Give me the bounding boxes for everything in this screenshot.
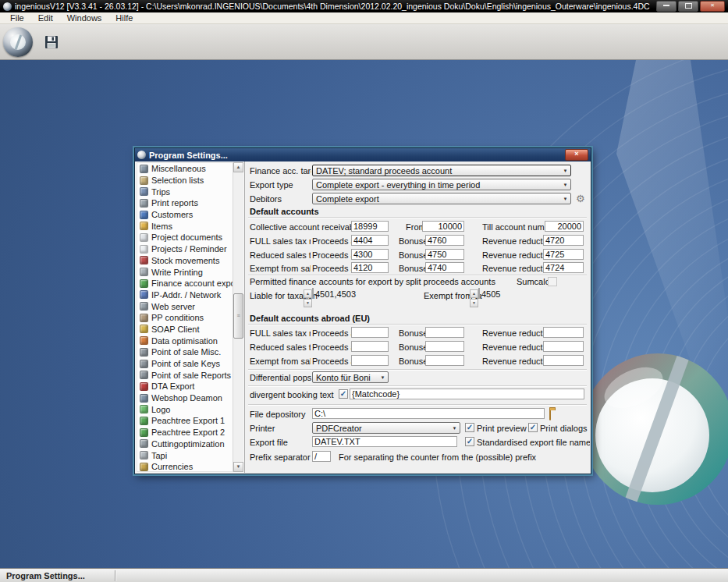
export-type-select[interactable]: Complete export - everything in time per… xyxy=(312,179,571,190)
scrollbar-thumb[interactable]: ≡ xyxy=(233,293,243,339)
revenue-reductions-input[interactable] xyxy=(543,235,584,246)
finance-target-select[interactable]: DATEV; standard proceeds account ▼ xyxy=(312,165,571,176)
close-button[interactable]: × xyxy=(700,1,725,12)
sidebar-item[interactable]: Peachtree Export 1 xyxy=(137,415,233,427)
account-row-label: Reduced sales tax r xyxy=(250,250,311,260)
sidebar-item[interactable]: Cuttingoptimization xyxy=(137,438,233,450)
standardised-name-checkbox[interactable]: ✓ xyxy=(465,437,474,446)
prefix-separator-help: For separating the counter from the (pos… xyxy=(339,452,536,462)
menu-edit[interactable]: Edit xyxy=(31,13,60,23)
proceeds-acc-input[interactable] xyxy=(351,327,389,338)
bonuses-input[interactable] xyxy=(425,327,464,338)
sidebar-item[interactable]: Write Printing xyxy=(137,266,233,278)
revenue-reductions-input[interactable] xyxy=(543,249,584,260)
conditions-icon xyxy=(140,314,148,322)
proceeds-acc-input[interactable] xyxy=(351,249,389,260)
sidebar-item[interactable]: Trips xyxy=(137,186,233,197)
menu-hilfe[interactable]: Hilfe xyxy=(108,13,140,23)
sidebar-item[interactable]: Tapi xyxy=(137,449,233,461)
sidebar-item-label: Project documents xyxy=(151,232,222,242)
sidebar-item[interactable]: Point of sale Reports xyxy=(137,369,233,381)
proceeds-acc-input[interactable] xyxy=(351,235,389,246)
bonuses-input[interactable] xyxy=(425,249,464,260)
collective-account-input[interactable] xyxy=(351,221,389,232)
maximize-button[interactable] xyxy=(678,1,698,12)
sidebar-item[interactable]: Project documents xyxy=(137,232,233,243)
sidebar-item[interactable]: Point of sale Keys xyxy=(137,358,233,370)
prefix-separator-label: Prefix separator xyxy=(250,452,311,462)
dialog-app-icon xyxy=(137,151,146,159)
spin-down-icon: ▼ xyxy=(470,299,478,307)
sidebar-item[interactable]: Data optimisation xyxy=(137,335,233,346)
divergent-booking-input[interactable] xyxy=(350,389,584,399)
minimize-button[interactable] xyxy=(656,1,677,12)
bonuses-input[interactable] xyxy=(425,262,464,273)
revenue-reductions-input[interactable] xyxy=(543,355,584,366)
sidebar-item[interactable]: Point of sale Misc. xyxy=(137,346,233,358)
exempt-tax-textarea[interactable]: 4505 ▲▼ xyxy=(478,288,480,299)
dialog-titlebar[interactable]: Program Settings... × xyxy=(135,148,591,161)
export-file-label: Export file xyxy=(250,438,288,447)
from-account-input[interactable] xyxy=(422,221,464,232)
sidebar-item[interactable]: Web server xyxy=(137,300,233,312)
prefix-separator-input[interactable] xyxy=(312,451,331,462)
account-row-label: Reduced sales tax r xyxy=(250,342,311,352)
liable-taxation-textarea[interactable]: 4501,4503 ▲▼ xyxy=(312,288,314,299)
scroll-down-icon[interactable]: ▼ xyxy=(233,462,243,472)
dialog-close-button[interactable]: × xyxy=(565,149,588,161)
sidebar-item[interactable]: Customers xyxy=(137,209,233,221)
menu-windows[interactable]: Windows xyxy=(60,13,109,23)
toolbar xyxy=(0,24,728,60)
bonuses-input[interactable] xyxy=(425,235,464,246)
sumcalc-label: Sumcalc xyxy=(517,277,549,286)
account-row-label: Exempt from sales t xyxy=(250,357,311,366)
revenue-reductions-input[interactable] xyxy=(543,341,584,352)
sumcalc-checkbox[interactable] xyxy=(548,277,557,286)
permitted-accounts-header: Permitted finance accounts for export by… xyxy=(250,277,495,286)
sidebar-scrollbar[interactable]: ▲ ≡ ▼ xyxy=(233,162,243,472)
spinner[interactable]: ▲▼ xyxy=(304,289,312,297)
differential-posting-select[interactable]: Konto für Boni ▼ xyxy=(312,371,389,383)
sidebar-item[interactable]: Finance account export xyxy=(137,278,233,289)
proceeds-acc-input[interactable] xyxy=(351,262,389,273)
spinner[interactable]: ▲▼ xyxy=(470,289,478,297)
sidebar-item[interactable]: SOAP Client xyxy=(137,324,233,335)
gear-icon[interactable]: ⚙ xyxy=(576,193,585,204)
proceeds-acc-input[interactable] xyxy=(351,355,389,366)
sidebar-item[interactable]: Logo xyxy=(137,403,233,415)
menu-file[interactable]: File xyxy=(3,13,31,23)
sidebar-item[interactable]: Peachtree Export 2 xyxy=(137,427,233,438)
print-preview-checkbox[interactable]: ✓ xyxy=(465,423,474,432)
chevron-down-icon: ▼ xyxy=(560,169,570,173)
till-account-input[interactable] xyxy=(545,221,584,232)
scroll-up-icon[interactable]: ▲ xyxy=(233,162,243,172)
sidebar-item[interactable]: Miscellaneous xyxy=(137,163,233,175)
bonuses-input[interactable] xyxy=(425,341,464,352)
save-button[interactable] xyxy=(44,34,59,50)
sidebar-item[interactable]: PP conditions xyxy=(137,312,233,324)
print-dialogs-checkbox[interactable]: ✓ xyxy=(528,423,538,432)
sidebar-item[interactable]: DTA Export xyxy=(137,381,233,392)
sidebar-item[interactable]: Currencies xyxy=(137,461,233,472)
sidebar-item[interactable]: Items xyxy=(137,220,233,232)
proceeds-acc-input[interactable] xyxy=(351,341,389,352)
printer-select[interactable]: PDFCreator ▼ xyxy=(312,422,460,434)
export-file-input[interactable] xyxy=(312,436,457,447)
car-icon xyxy=(140,187,148,196)
sidebar-item[interactable]: Webshop Deamon xyxy=(137,392,233,404)
sidebar-item[interactable]: Print reports xyxy=(137,197,233,209)
sidebar-item[interactable]: Selection lists xyxy=(137,175,233,186)
sidebar-item[interactable]: Stock movements xyxy=(137,255,233,267)
divergent-booking-checkbox[interactable]: ✓ xyxy=(339,389,348,399)
revenue-reductions-input[interactable] xyxy=(543,327,584,338)
revenue-reductions-input[interactable] xyxy=(543,262,584,273)
finance-export-form: Finance acc. target f DATEV; standard pr… xyxy=(245,161,590,473)
sidebar-item[interactable]: IP-Addr. / Network xyxy=(137,289,233,301)
file-depository-input[interactable] xyxy=(312,408,545,419)
sidebar-item[interactable]: Projects / Reminder xyxy=(137,243,233,255)
debitors-select[interactable]: Complete export ▼ xyxy=(312,193,571,204)
stock-movements-icon xyxy=(140,256,148,264)
sidebar-item-label: Print reports xyxy=(151,198,198,208)
bonuses-input[interactable] xyxy=(425,355,464,366)
folder-icon[interactable] xyxy=(549,410,551,421)
